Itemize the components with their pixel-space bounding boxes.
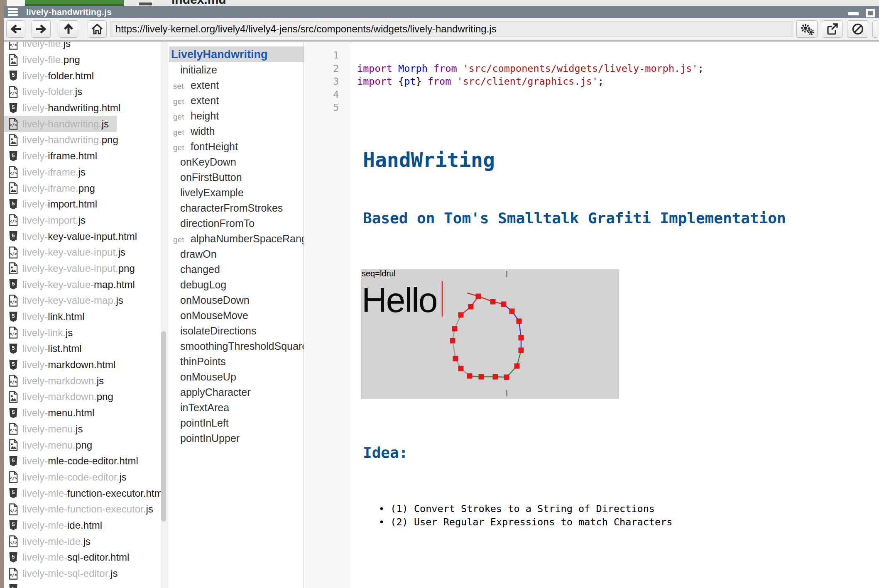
outline-item-label: height <box>191 110 219 122</box>
minimize-button[interactable] <box>848 12 859 15</box>
file-row[interactable]: lively-key-value-input.js <box>4 244 169 261</box>
file-row[interactable]: lively-mle-function-executor.html <box>4 485 169 501</box>
file-row[interactable]: lively-handwriting.js <box>4 116 117 132</box>
window-content: lively-file.jslively-file.pnglively-fold… <box>4 41 879 588</box>
outline-item[interactable]: inTextArea <box>169 400 304 415</box>
outline-item[interactable]: debugLog <box>169 277 304 293</box>
outline-item-label: onMouseUp <box>180 371 236 383</box>
file-name-suffix: js <box>78 215 86 226</box>
clipped-button[interactable] <box>872 20 877 38</box>
outline-item[interactable]: onMouseDown <box>169 293 304 308</box>
outline-item[interactable]: getwidth <box>169 124 304 139</box>
file-name-suffix: js <box>116 295 123 306</box>
outline-item[interactable]: onKeyDown <box>169 154 304 170</box>
file-row[interactable]: lively-mle-sql-editor.html <box>4 549 169 566</box>
outline-item[interactable]: initialize <box>169 62 304 78</box>
file-row[interactable]: lively-iframe.html <box>4 148 169 164</box>
outline-item[interactable]: smoothingThresholdSquared <box>169 339 304 354</box>
url-input[interactable] <box>110 21 793 37</box>
code-editor[interactable]: 12import Morph from 'src/components/widg… <box>304 42 879 588</box>
file-row[interactable]: lively-handwriting.png <box>4 132 169 148</box>
outline-item[interactable]: applyCharacter <box>169 385 304 400</box>
up-button[interactable] <box>59 20 78 38</box>
file-name-prefix: lively-mle-code-editor. <box>22 471 119 483</box>
forward-button[interactable] <box>32 20 51 38</box>
outline-item[interactable]: drawOn <box>169 246 304 262</box>
code-line[interactable]: 5 <box>304 101 879 115</box>
file-row[interactable]: lively-mle-code-editor.js <box>4 469 169 486</box>
file-row[interactable]: lively-iframe.js <box>4 164 169 181</box>
outline-item[interactable]: getalphaNumberSpaceRanges <box>169 231 304 246</box>
maximize-button[interactable] <box>866 9 875 17</box>
file-row[interactable]: lively-import.html <box>4 196 169 212</box>
file-row[interactable]: lively-menu.js <box>4 421 169 437</box>
code-file-icon <box>8 85 19 98</box>
file-row[interactable]: lively-folder.html <box>4 68 169 84</box>
file-name-prefix: lively-mle- <box>22 551 67 563</box>
file-row[interactable]: lively-mle-sql-editor.js <box>4 566 169 582</box>
outline-item[interactable]: onMouseMove <box>169 308 304 323</box>
file-row[interactable]: lively-import.js <box>4 212 169 229</box>
file-row[interactable]: lively-link.html <box>4 309 169 325</box>
file-row[interactable]: lively-list.html <box>4 341 169 357</box>
settings-button[interactable] <box>796 20 818 38</box>
outline-item[interactable]: thinPoints <box>169 354 304 369</box>
file-row[interactable]: lively-markdown.js <box>4 373 169 389</box>
file-row[interactable]: lively-mle-code-editor.html <box>4 453 169 469</box>
file-row[interactable]: lively-mle-ide.html <box>4 517 169 534</box>
open-external-button[interactable] <box>822 20 843 38</box>
file-row[interactable]: lively-key-value-map.js <box>4 293 169 309</box>
sidebar-scrollbar-track[interactable] <box>161 42 168 588</box>
code-line[interactable]: 1 <box>304 49 879 62</box>
window-titlebar[interactable]: lively-handwriting.js <box>4 6 879 18</box>
file-row[interactable]: lively-menu.png <box>4 437 169 453</box>
back-button[interactable] <box>6 20 25 38</box>
outline-item[interactable]: onFirstButton <box>169 170 304 185</box>
file-row[interactable]: lively-folder.js <box>4 84 169 100</box>
outline-item[interactable]: livelyExample <box>169 185 304 200</box>
file-row[interactable]: lively-key-value-map.html <box>4 276 169 293</box>
outline-item[interactable]: changed <box>169 262 304 277</box>
outline-item[interactable]: getextent <box>169 93 304 108</box>
line-number: 4 <box>304 88 351 102</box>
file-row[interactable]: lively-handwriting.html <box>4 100 169 116</box>
file-browser-sidebar[interactable]: lively-file.jslively-file.pnglively-fold… <box>4 42 169 588</box>
code-file-icon <box>8 567 19 580</box>
outline-item[interactable]: pointInUpper <box>169 431 304 446</box>
file-row[interactable]: lively-menu.html <box>4 405 169 421</box>
block-button[interactable] <box>847 20 868 38</box>
file-row[interactable]: lively-key-value-input.html <box>4 228 169 244</box>
file-row[interactable]: lively-mle-function-executor.js <box>4 501 169 517</box>
file-row[interactable]: lively-file.png <box>4 52 169 68</box>
outline-item[interactable]: onMouseUp <box>169 369 304 385</box>
outline-class-title[interactable]: LivelyHandwriting <box>169 46 304 62</box>
file-row[interactable] <box>4 581 169 588</box>
file-row[interactable]: lively-key-value-input.png <box>4 261 169 277</box>
sidebar-scrollbar-thumb[interactable] <box>161 331 166 522</box>
outline-item-label: livelyExample <box>180 187 244 198</box>
file-row[interactable]: lively-link.js <box>4 324 169 341</box>
outline-item[interactable]: directionFromTo <box>169 216 304 231</box>
file-row[interactable]: lively-mle-ide.js <box>4 533 169 549</box>
outline-item[interactable]: setextent <box>169 78 304 93</box>
menu-icon[interactable] <box>8 7 18 17</box>
html-file-icon <box>8 359 19 371</box>
html-file-icon <box>8 583 19 588</box>
file-row[interactable]: lively-markdown.html <box>4 357 169 373</box>
html-file-icon <box>8 198 19 211</box>
file-row[interactable]: lively-file.js <box>4 42 169 52</box>
file-row[interactable]: lively-iframe.png <box>4 180 169 196</box>
class-outline-panel[interactable]: LivelyHandwriting initializesetextentget… <box>169 42 304 588</box>
code-text <box>351 101 879 115</box>
file-row[interactable]: lively-markdown.png <box>4 389 169 405</box>
code-line[interactable]: 2import Morph from 'src/components/widge… <box>304 62 879 76</box>
code-line[interactable]: 4 <box>304 88 879 102</box>
outline-item[interactable]: getfontHeight <box>169 139 304 154</box>
outline-item-label: alphaNumberSpaceRanges <box>191 233 304 244</box>
home-button[interactable] <box>88 20 107 38</box>
outline-item[interactable]: pointInLeft <box>169 415 304 431</box>
outline-item[interactable]: getheight <box>169 108 304 124</box>
outline-item[interactable]: characterFromStrokes <box>169 200 304 216</box>
code-line[interactable]: 3import {pt} from 'src/client/graphics.j… <box>304 75 879 88</box>
outline-item[interactable]: isolateDirections <box>169 323 304 339</box>
